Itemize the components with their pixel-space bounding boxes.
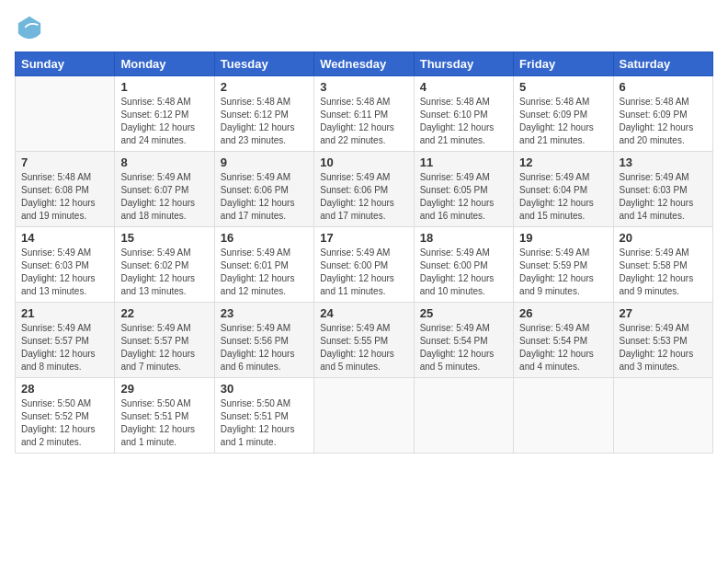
- calendar-day: [613, 378, 712, 454]
- day-info: Sunrise: 5:49 AMSunset: 6:07 PMDaylight:…: [120, 171, 208, 223]
- calendar-day: 22Sunrise: 5:49 AMSunset: 5:57 PMDayligh…: [115, 303, 214, 378]
- day-number: 8: [120, 155, 208, 169]
- logo: [15, 15, 42, 40]
- header-wednesday: Wednesday: [314, 52, 414, 76]
- calendar-day: [514, 378, 613, 454]
- day-number: 5: [519, 80, 607, 94]
- day-info: Sunrise: 5:48 AMSunset: 6:10 PMDaylight:…: [420, 96, 507, 147]
- calendar-day: 19Sunrise: 5:49 AMSunset: 5:59 PMDayligh…: [514, 227, 613, 303]
- calendar-day: 12Sunrise: 5:49 AMSunset: 6:04 PMDayligh…: [514, 152, 613, 227]
- day-number: 25: [420, 306, 507, 320]
- day-number: 23: [221, 306, 308, 320]
- day-info: Sunrise: 5:49 AMSunset: 5:57 PMDaylight:…: [21, 322, 108, 373]
- day-info: Sunrise: 5:49 AMSunset: 6:05 PMDaylight:…: [420, 171, 507, 223]
- day-info: Sunrise: 5:49 AMSunset: 6:02 PMDaylight:…: [120, 247, 208, 298]
- calendar-day: 7Sunrise: 5:48 AMSunset: 6:08 PMDaylight…: [16, 152, 115, 227]
- header-saturday: Saturday: [613, 52, 712, 76]
- day-number: 21: [21, 306, 108, 320]
- calendar-week-2: 7Sunrise: 5:48 AMSunset: 6:08 PMDaylight…: [16, 152, 713, 227]
- header-tuesday: Tuesday: [214, 52, 313, 76]
- calendar-day: 28Sunrise: 5:50 AMSunset: 5:52 PMDayligh…: [16, 378, 115, 454]
- day-number: 6: [620, 80, 707, 94]
- day-info: Sunrise: 5:49 AMSunset: 6:06 PMDaylight:…: [320, 171, 407, 223]
- calendar-week-4: 21Sunrise: 5:49 AMSunset: 5:57 PMDayligh…: [16, 303, 713, 378]
- day-info: Sunrise: 5:49 AMSunset: 5:54 PMDaylight:…: [420, 322, 507, 373]
- day-number: 14: [21, 231, 108, 245]
- day-number: 12: [519, 155, 607, 169]
- calendar-day: 15Sunrise: 5:49 AMSunset: 6:02 PMDayligh…: [115, 227, 214, 303]
- calendar-day: 30Sunrise: 5:50 AMSunset: 5:51 PMDayligh…: [214, 378, 313, 454]
- calendar-day: 16Sunrise: 5:49 AMSunset: 6:01 PMDayligh…: [214, 227, 313, 303]
- day-number: 1: [120, 80, 208, 94]
- calendar-day: 26Sunrise: 5:49 AMSunset: 5:54 PMDayligh…: [514, 303, 613, 378]
- day-info: Sunrise: 5:49 AMSunset: 6:01 PMDaylight:…: [221, 247, 308, 298]
- calendar-day: 11Sunrise: 5:49 AMSunset: 6:05 PMDayligh…: [414, 152, 513, 227]
- day-number: 24: [320, 306, 407, 320]
- calendar-day: 2Sunrise: 5:48 AMSunset: 6:12 PMDaylight…: [214, 76, 313, 152]
- day-info: Sunrise: 5:49 AMSunset: 6:03 PMDaylight:…: [620, 171, 707, 223]
- calendar-day: 1Sunrise: 5:48 AMSunset: 6:12 PMDaylight…: [115, 76, 214, 152]
- day-info: Sunrise: 5:49 AMSunset: 6:06 PMDaylight:…: [221, 171, 308, 223]
- day-info: Sunrise: 5:49 AMSunset: 5:58 PMDaylight:…: [620, 247, 707, 298]
- calendar-day: 14Sunrise: 5:49 AMSunset: 6:03 PMDayligh…: [16, 227, 115, 303]
- header-friday: Friday: [514, 52, 613, 76]
- day-info: Sunrise: 5:49 AMSunset: 6:00 PMDaylight:…: [420, 247, 507, 298]
- page-header: [15, 15, 713, 40]
- calendar-day: [16, 76, 115, 152]
- calendar-day: 17Sunrise: 5:49 AMSunset: 6:00 PMDayligh…: [314, 227, 414, 303]
- day-number: 10: [320, 155, 407, 169]
- day-info: Sunrise: 5:50 AMSunset: 5:51 PMDaylight:…: [120, 397, 208, 449]
- day-number: 3: [320, 80, 407, 94]
- calendar-day: [414, 378, 513, 454]
- day-number: 16: [221, 231, 308, 245]
- calendar-day: 3Sunrise: 5:48 AMSunset: 6:11 PMDaylight…: [314, 76, 414, 152]
- day-info: Sunrise: 5:49 AMSunset: 6:04 PMDaylight:…: [519, 171, 607, 223]
- day-info: Sunrise: 5:48 AMSunset: 6:09 PMDaylight:…: [519, 96, 607, 147]
- day-info: Sunrise: 5:49 AMSunset: 5:59 PMDaylight:…: [519, 247, 607, 298]
- calendar-day: 23Sunrise: 5:49 AMSunset: 5:56 PMDayligh…: [214, 303, 313, 378]
- day-number: 26: [519, 306, 607, 320]
- calendar-day: [314, 378, 414, 454]
- header-sunday: Sunday: [16, 52, 115, 76]
- day-number: 2: [221, 80, 308, 94]
- day-number: 11: [420, 155, 507, 169]
- day-info: Sunrise: 5:49 AMSunset: 5:54 PMDaylight:…: [519, 322, 607, 373]
- day-info: Sunrise: 5:50 AMSunset: 5:51 PMDaylight:…: [221, 397, 308, 449]
- calendar-day: 18Sunrise: 5:49 AMSunset: 6:00 PMDayligh…: [414, 227, 513, 303]
- day-number: 28: [21, 382, 108, 396]
- calendar-header-row: SundayMondayTuesdayWednesdayThursdayFrid…: [16, 52, 713, 76]
- calendar-day: 25Sunrise: 5:49 AMSunset: 5:54 PMDayligh…: [414, 303, 513, 378]
- day-info: Sunrise: 5:48 AMSunset: 6:08 PMDaylight:…: [21, 171, 108, 223]
- day-number: 30: [221, 382, 308, 396]
- calendar-day: 10Sunrise: 5:49 AMSunset: 6:06 PMDayligh…: [314, 152, 414, 227]
- day-info: Sunrise: 5:49 AMSunset: 5:55 PMDaylight:…: [320, 322, 407, 373]
- calendar-day: 4Sunrise: 5:48 AMSunset: 6:10 PMDaylight…: [414, 76, 513, 152]
- day-number: 17: [320, 231, 407, 245]
- calendar-table: SundayMondayTuesdayWednesdayThursdayFrid…: [15, 52, 713, 454]
- day-number: 13: [620, 155, 707, 169]
- day-info: Sunrise: 5:48 AMSunset: 6:09 PMDaylight:…: [620, 96, 707, 147]
- day-number: 19: [519, 231, 607, 245]
- day-number: 4: [420, 80, 507, 94]
- calendar-week-5: 28Sunrise: 5:50 AMSunset: 5:52 PMDayligh…: [16, 378, 713, 454]
- day-info: Sunrise: 5:49 AMSunset: 5:57 PMDaylight:…: [120, 322, 208, 373]
- calendar-day: 5Sunrise: 5:48 AMSunset: 6:09 PMDaylight…: [514, 76, 613, 152]
- calendar-day: 13Sunrise: 5:49 AMSunset: 6:03 PMDayligh…: [613, 152, 712, 227]
- calendar-day: 9Sunrise: 5:49 AMSunset: 6:06 PMDaylight…: [214, 152, 313, 227]
- calendar-day: 24Sunrise: 5:49 AMSunset: 5:55 PMDayligh…: [314, 303, 414, 378]
- logo-icon: [17, 15, 42, 40]
- day-number: 18: [420, 231, 507, 245]
- day-info: Sunrise: 5:50 AMSunset: 5:52 PMDaylight:…: [21, 397, 108, 449]
- calendar-week-1: 1Sunrise: 5:48 AMSunset: 6:12 PMDaylight…: [16, 76, 713, 152]
- calendar-day: 27Sunrise: 5:49 AMSunset: 5:53 PMDayligh…: [613, 303, 712, 378]
- calendar-day: 21Sunrise: 5:49 AMSunset: 5:57 PMDayligh…: [16, 303, 115, 378]
- day-number: 9: [221, 155, 308, 169]
- day-number: 27: [620, 306, 707, 320]
- day-info: Sunrise: 5:49 AMSunset: 6:00 PMDaylight:…: [320, 247, 407, 298]
- day-info: Sunrise: 5:49 AMSunset: 6:03 PMDaylight:…: [21, 247, 108, 298]
- day-info: Sunrise: 5:48 AMSunset: 6:12 PMDaylight:…: [221, 96, 308, 147]
- calendar-day: 20Sunrise: 5:49 AMSunset: 5:58 PMDayligh…: [613, 227, 712, 303]
- day-number: 29: [120, 382, 208, 396]
- day-info: Sunrise: 5:48 AMSunset: 6:11 PMDaylight:…: [320, 96, 407, 147]
- day-info: Sunrise: 5:48 AMSunset: 6:12 PMDaylight:…: [120, 96, 208, 147]
